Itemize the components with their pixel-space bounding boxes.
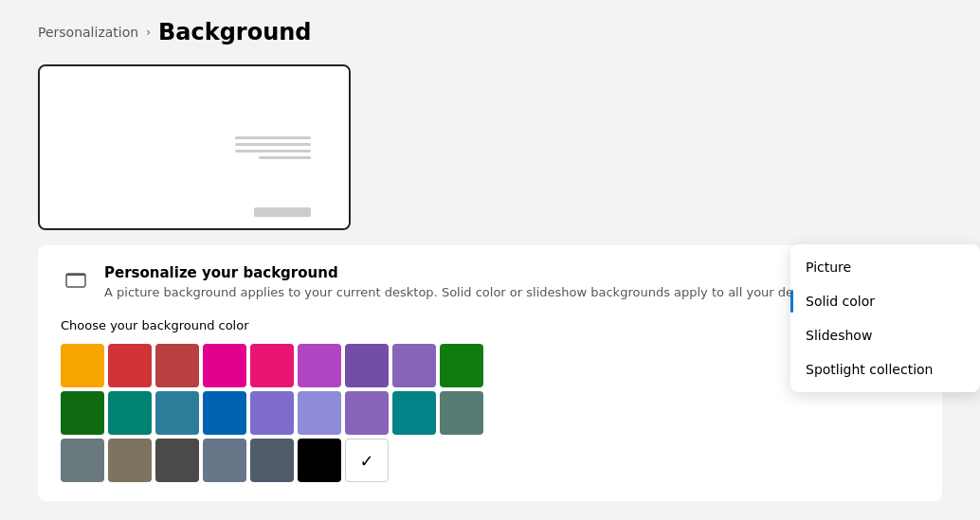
- swatch-slate-gray[interactable]: [203, 439, 246, 482]
- swatch-periwinkle[interactable]: [298, 391, 341, 435]
- color-row-2: [61, 391, 919, 435]
- swatch-white[interactable]: [345, 439, 389, 482]
- swatch-orange[interactable]: [61, 344, 104, 387]
- swatch-dark-gray[interactable]: [61, 439, 104, 482]
- dropdown-item-picture[interactable]: Picture: [790, 250, 980, 284]
- swatch-black[interactable]: [298, 439, 341, 482]
- swatch-red[interactable]: [108, 344, 152, 387]
- svg-rect-1: [66, 274, 85, 276]
- breadcrumb-separator: ›: [146, 26, 151, 39]
- background-icon: [61, 266, 91, 296]
- dropdown-label-slideshow: Slideshow: [806, 328, 872, 343]
- swatch-hot-pink[interactable]: [203, 344, 246, 387]
- swatch-blue-gray[interactable]: [250, 439, 294, 482]
- preview-line-4: [259, 156, 311, 159]
- preview-screen: [40, 66, 349, 228]
- swatch-cool-gray[interactable]: [440, 391, 483, 435]
- dropdown-label-solid-color: Solid color: [806, 294, 875, 309]
- dropdown-label-spotlight-collection: Spotlight collection: [806, 362, 933, 377]
- breadcrumb-parent[interactable]: Personalization: [38, 25, 138, 40]
- panel-text: Personalize your background A picture ba…: [104, 264, 838, 299]
- preview-line-2: [235, 143, 311, 146]
- preview-line-3: [235, 150, 311, 152]
- dropdown-item-solid-color[interactable]: Solid color: [790, 284, 980, 318]
- swatch-dark-teal[interactable]: [155, 391, 199, 435]
- swatch-green[interactable]: [440, 344, 483, 387]
- dropdown-item-spotlight-collection[interactable]: Spotlight collection: [790, 352, 980, 386]
- swatch-light-periwinkle[interactable]: [250, 391, 294, 435]
- swatch-purple-magenta[interactable]: [298, 344, 341, 387]
- svg-rect-0: [66, 274, 85, 287]
- breadcrumb-current: Background: [158, 19, 312, 45]
- preview-taskbar: [254, 207, 311, 217]
- color-row-3: [61, 439, 919, 482]
- preview-line-1: [235, 136, 311, 139]
- desktop-preview: [38, 64, 351, 230]
- swatch-purple[interactable]: [345, 344, 389, 387]
- swatch-slate-purple[interactable]: [345, 391, 389, 435]
- swatch-teal[interactable]: [108, 391, 152, 435]
- breadcrumb: Personalization › Background: [38, 19, 942, 45]
- swatch-dark-green[interactable]: [61, 391, 104, 435]
- swatch-blue[interactable]: [203, 391, 246, 435]
- background-type-dropdown: Picture Solid color Slideshow Spotlight …: [790, 244, 980, 392]
- swatch-medium-purple[interactable]: [392, 344, 436, 387]
- panel-title: Personalize your background: [104, 264, 838, 281]
- dropdown-item-slideshow[interactable]: Slideshow: [790, 318, 980, 352]
- swatch-brown-gray[interactable]: [108, 439, 152, 482]
- swatch-teal-blue[interactable]: [392, 391, 436, 435]
- swatch-dark-red[interactable]: [155, 344, 199, 387]
- swatch-magenta[interactable]: [250, 344, 294, 387]
- dropdown-label-picture: Picture: [806, 260, 851, 275]
- swatch-medium-gray[interactable]: [155, 439, 199, 482]
- panel-description: A picture background applies to your cur…: [104, 285, 838, 299]
